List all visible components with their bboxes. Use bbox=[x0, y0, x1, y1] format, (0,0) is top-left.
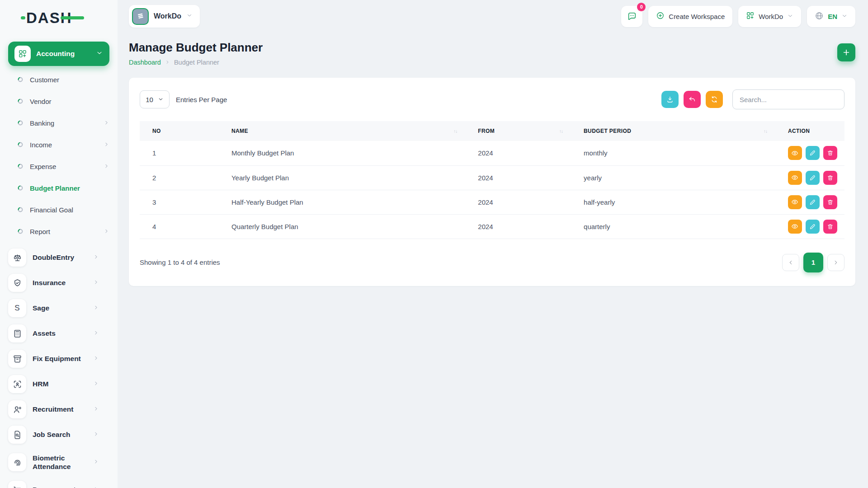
logo-accent-left bbox=[21, 16, 25, 19]
sidebar-item-biometric-attendance[interactable]: Biometric Attendance bbox=[8, 447, 109, 477]
edit-button[interactable] bbox=[806, 146, 820, 160]
chat-bubble-icon bbox=[627, 11, 637, 21]
sidebar-item-income[interactable]: Income bbox=[17, 134, 109, 155]
sidebar-item-report[interactable]: Report bbox=[17, 221, 109, 242]
delete-button[interactable] bbox=[823, 171, 837, 185]
sidebar-item-vendor[interactable]: Vendor bbox=[17, 90, 109, 112]
undo-arrow-icon bbox=[688, 95, 696, 103]
sidebar-item-recruitment[interactable]: Recruitment bbox=[8, 397, 109, 422]
pagination-page-1-button[interactable]: 1 bbox=[803, 253, 823, 272]
sidebar-item-customer[interactable]: Customer bbox=[17, 69, 109, 90]
refresh-button[interactable] bbox=[706, 91, 723, 108]
delete-button[interactable] bbox=[823, 220, 837, 234]
user-plus-icon bbox=[8, 400, 26, 418]
view-button[interactable] bbox=[788, 146, 802, 160]
chevron-right-icon bbox=[93, 431, 99, 439]
workspace-menu-button[interactable]: WorkDo bbox=[738, 6, 801, 27]
eye-icon bbox=[791, 150, 798, 157]
entries-summary: Showing 1 to 4 of 4 entries bbox=[140, 258, 220, 266]
sidebar-item-financial-goal[interactable]: Financial Goal bbox=[17, 199, 109, 221]
sidebar-item-job-search[interactable]: Job Search bbox=[8, 422, 109, 447]
delete-button[interactable] bbox=[823, 146, 837, 160]
chevron-right-icon bbox=[104, 228, 109, 235]
workspace-selector[interactable]: WorkDo bbox=[129, 5, 200, 28]
scales-icon bbox=[8, 249, 26, 267]
view-button[interactable] bbox=[788, 195, 802, 209]
trash-icon bbox=[827, 199, 834, 206]
sidebar-item-doubleentry[interactable]: DoubleEntry bbox=[8, 245, 109, 270]
column-header-name[interactable]: NAME↑↓ bbox=[224, 121, 471, 141]
ring-icon bbox=[17, 98, 24, 104]
cell-from: 2024 bbox=[471, 141, 576, 165]
budget-planner-card: 10 Entries Per Page bbox=[129, 78, 855, 286]
eye-icon bbox=[791, 198, 798, 206]
chevron-down-icon bbox=[841, 13, 848, 20]
archive-box-icon bbox=[8, 350, 26, 368]
messenger-button[interactable]: 0 bbox=[621, 6, 642, 27]
delete-button[interactable] bbox=[823, 195, 837, 209]
chevron-right-icon bbox=[93, 253, 99, 262]
edit-button[interactable] bbox=[806, 220, 820, 234]
pencil-icon bbox=[809, 199, 816, 206]
chevron-right-icon bbox=[93, 405, 99, 413]
column-header-budget-period[interactable]: BUDGET PERIOD↑↓ bbox=[576, 121, 781, 141]
trash-icon bbox=[827, 174, 834, 181]
download-icon bbox=[666, 95, 674, 103]
sidebar-item-expense[interactable]: Expense bbox=[17, 155, 109, 177]
pagination-prev-button[interactable] bbox=[782, 254, 799, 271]
chevron-right-icon bbox=[93, 279, 99, 287]
breadcrumb-dashboard-link[interactable]: Dashboard bbox=[129, 59, 161, 66]
reset-button[interactable] bbox=[684, 91, 701, 108]
cell-period: yearly bbox=[576, 165, 781, 190]
search-input[interactable] bbox=[732, 89, 844, 109]
table-toolbar: 10 Entries Per Page bbox=[140, 89, 844, 109]
language-selector[interactable]: EN bbox=[807, 6, 855, 27]
logo-accent-bar bbox=[61, 16, 84, 19]
chevron-right-icon bbox=[165, 59, 170, 66]
sort-icon: ↑↓ bbox=[453, 129, 463, 134]
pencil-icon bbox=[809, 150, 816, 156]
edit-button[interactable] bbox=[806, 171, 820, 185]
sidebar-item-fix-equipment[interactable]: Fix Equipment bbox=[8, 346, 109, 371]
column-header-no: NO bbox=[140, 121, 224, 141]
sidebar-item-accounting[interactable]: Accounting bbox=[8, 42, 109, 66]
topbar: WorkDo 0 Create Workspace WorkDo EN bbox=[129, 0, 855, 33]
cell-period: monthly bbox=[576, 141, 781, 165]
view-button[interactable] bbox=[788, 220, 802, 234]
sidebar-item-budget-planner[interactable]: Budget Planner bbox=[17, 177, 109, 199]
budget-table: NO NAME↑↓ FROM↑↓ BUDGET PERIOD↑↓ ACTION … bbox=[140, 121, 844, 239]
chevron-right-icon bbox=[104, 141, 109, 149]
app-logo[interactable]: DASH bbox=[0, 0, 118, 36]
fingerprint-icon bbox=[8, 453, 26, 471]
sidebar-item-hrm[interactable]: HRM bbox=[8, 371, 109, 397]
building-icon bbox=[136, 11, 146, 21]
sage-letter-icon: S bbox=[8, 299, 26, 317]
sidebar-item-procurement[interactable]: Procurement bbox=[8, 477, 109, 488]
create-workspace-button[interactable]: Create Workspace bbox=[648, 6, 732, 27]
create-budget-button[interactable] bbox=[837, 43, 855, 61]
view-button[interactable] bbox=[788, 171, 802, 185]
eye-icon bbox=[791, 223, 798, 230]
sidebar-item-assets[interactable]: Assets bbox=[8, 321, 109, 346]
cell-name: Quarterly Budget Plan bbox=[224, 214, 471, 239]
sidebar-item-insurance[interactable]: Insurance bbox=[8, 270, 109, 296]
pagination-next-button[interactable] bbox=[827, 254, 844, 271]
document-search-icon bbox=[8, 426, 26, 444]
edit-button[interactable] bbox=[806, 195, 820, 209]
cell-no: 2 bbox=[140, 165, 224, 190]
chevron-right-icon bbox=[93, 380, 99, 388]
column-header-from[interactable]: FROM↑↓ bbox=[471, 121, 576, 141]
eye-icon bbox=[791, 174, 798, 181]
sidebar-item-sage[interactable]: S Sage bbox=[8, 296, 109, 321]
table-header-row: NO NAME↑↓ FROM↑↓ BUDGET PERIOD↑↓ ACTION bbox=[140, 121, 844, 141]
export-button[interactable] bbox=[661, 91, 679, 108]
refresh-icon bbox=[710, 95, 718, 103]
entries-per-page-select[interactable]: 10 bbox=[140, 90, 170, 108]
ring-icon bbox=[17, 163, 24, 169]
table-footer: Showing 1 to 4 of 4 entries 1 bbox=[140, 253, 844, 272]
accounting-submenu: Customer Vendor Banking Income Expense bbox=[8, 69, 109, 242]
main-area: WorkDo 0 Create Workspace WorkDo EN bbox=[129, 0, 855, 286]
sidebar-item-banking[interactable]: Banking bbox=[17, 112, 109, 134]
cell-no: 3 bbox=[140, 190, 224, 214]
sidebar-item-label: Accounting bbox=[36, 50, 90, 58]
